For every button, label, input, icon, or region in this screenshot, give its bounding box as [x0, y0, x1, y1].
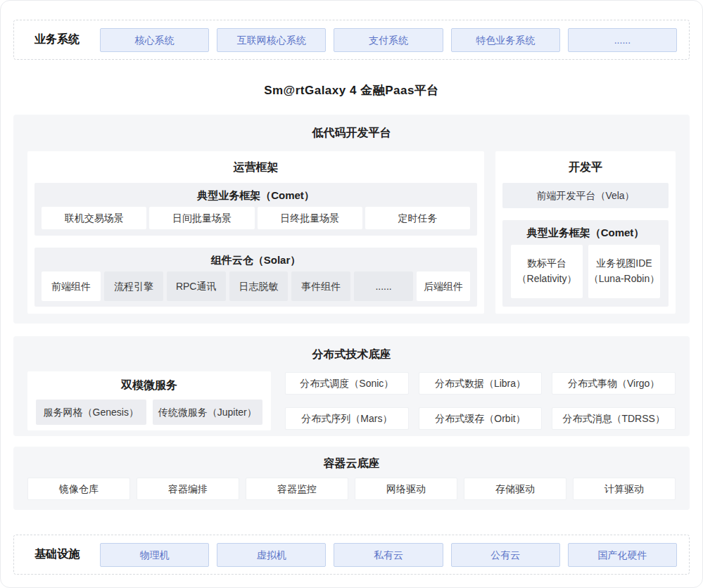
business-systems-label: 业务系统: [14, 32, 100, 47]
container-cloud-item: 镜像仓库: [27, 478, 130, 500]
solar-chip-more: ......: [354, 271, 413, 301]
solar-component-box: 组件云仓（Solar） 前端组件 流程引擎 RPC通讯 日志脱敏 事件组件 ..…: [34, 248, 477, 307]
business-systems-chips: 核心系统 互联网核心系统 支付系统 特色业务系统 ......: [100, 28, 677, 52]
business-system-chip-more: ......: [568, 28, 677, 52]
business-systems-band: 业务系统 核心系统 互联网核心系统 支付系统 特色业务系统 ......: [13, 20, 690, 60]
infrastructure-chip: 虚拟机: [217, 543, 326, 567]
dual-mode-item: 传统微服务（Jupiter）: [153, 400, 263, 425]
comet-item: 定时任务: [365, 207, 470, 229]
solar-component-items: 前端组件 流程引擎 RPC通讯 日志脱敏 事件组件 ...... 后端组件: [42, 271, 470, 301]
business-system-chip: 核心系统: [100, 28, 209, 52]
solar-back-item: 后端组件: [417, 271, 470, 301]
infrastructure-chip: 国产化硬件: [568, 543, 677, 567]
distributed-base-title: 分布式技术底座: [27, 336, 676, 363]
dev-comet-title: 典型业务框架（Comet）: [511, 226, 660, 244]
distributed-services-grid: 分布式调度（Sonic） 分布式数据（Libra） 分布式事物（Virgo） 分…: [285, 371, 676, 430]
dev-comet-item-line2: （Relativity）: [511, 273, 583, 286]
business-system-chip: 支付系统: [334, 28, 443, 52]
dev-platform-card: 开发平 前端开发平台（Vela） 典型业务框架（Comet） 数标平台 （Rel…: [495, 151, 676, 314]
distributed-service-item: 分布式消息（TDRSS）: [552, 407, 676, 430]
dev-comet-item-line1: 数标平台: [511, 257, 583, 270]
infrastructure-label: 基础设施: [14, 547, 100, 562]
distributed-service-item: 分布式缓存（Orbit）: [419, 407, 543, 430]
dual-mode-items: 服务网格（Genesis） 传统微服务（Jupiter）: [36, 400, 262, 425]
infrastructure-chip: 私有云: [334, 543, 443, 567]
solar-chip: 日志脱敏: [229, 271, 289, 301]
solar-chip: 流程引擎: [104, 271, 163, 301]
container-cloud-item: 网络驱动: [355, 478, 457, 500]
comet-framework-title: 典型业务框架（Comet）: [42, 188, 470, 207]
page-title: Sm@rtGalaxy 4 金融Paas平台: [1, 82, 702, 98]
comet-framework-box: 典型业务框架（Comet） 联机交易场景 日间批量场景 日终批量场景 定时任务: [34, 183, 477, 236]
business-system-chip: 特色业务系统: [451, 28, 560, 52]
distributed-service-item: 分布式调度（Sonic）: [285, 372, 409, 395]
infrastructure-band: 基础设施 物理机 虚拟机 私有云 公有云 国产化硬件: [13, 535, 690, 575]
lowcode-platform-section: 低代码开发平台 运营框架 典型业务框架（Comet） 联机交易场景 日间批量场景…: [13, 115, 690, 324]
lowcode-platform-title: 低代码开发平台: [27, 115, 676, 141]
dev-comet-item: 数标平台 （Relativity）: [511, 245, 583, 298]
container-cloud-items: 镜像仓库 容器编排 容器监控 网络驱动 存储驱动 计算驱动: [27, 478, 676, 500]
infrastructure-chips: 物理机 虚拟机 私有云 公有云 国产化硬件: [100, 543, 677, 567]
dual-mode-item: 服务网格（Genesis）: [36, 400, 146, 425]
distributed-base-body: 双模微服务 服务网格（Genesis） 传统微服务（Jupiter） 分布式调度…: [27, 371, 676, 430]
container-cloud-title: 容器云底座: [27, 447, 676, 472]
dev-comet-item: 业务视图IDE （Luna-Robin）: [588, 245, 660, 298]
solar-chip: 事件组件: [291, 271, 350, 301]
solar-chip: RPC通讯: [167, 271, 226, 301]
distributed-base-section: 分布式技术底座 双模微服务 服务网格（Genesis） 传统微服务（Jupite…: [13, 336, 690, 436]
architecture-diagram: 业务系统 核心系统 互联网核心系统 支付系统 特色业务系统 ...... Sm@…: [0, 0, 703, 588]
comet-item: 联机交易场景: [42, 207, 146, 229]
dev-comet-item-line2: （Luna-Robin）: [588, 273, 660, 286]
operation-framework-title: 运营框架: [34, 151, 477, 183]
distributed-service-item: 分布式事物（Virgo）: [552, 372, 676, 395]
infrastructure-chip: 物理机: [100, 543, 209, 567]
distributed-service-item: 分布式序列（Mars）: [285, 407, 409, 430]
lowcode-platform-body: 运营框架 典型业务框架（Comet） 联机交易场景 日间批量场景 日终批量场景 …: [27, 151, 676, 314]
comet-framework-items: 联机交易场景 日间批量场景 日终批量场景 定时任务: [42, 207, 470, 229]
infrastructure-chip: 公有云: [451, 543, 560, 567]
dual-mode-title: 双模微服务: [36, 371, 262, 400]
comet-item: 日间批量场景: [149, 207, 254, 229]
comet-item: 日终批量场景: [258, 207, 362, 229]
business-system-chip: 互联网核心系统: [217, 28, 326, 52]
container-cloud-item: 容器监控: [246, 478, 348, 500]
operation-framework-card: 运营框架 典型业务框架（Comet） 联机交易场景 日间批量场景 日终批量场景 …: [27, 151, 484, 314]
container-cloud-item: 计算驱动: [573, 478, 676, 500]
container-cloud-item: 容器编排: [137, 478, 239, 500]
solar-component-title: 组件云仓（Solar）: [42, 253, 470, 271]
dev-comet-box: 典型业务框架（Comet） 数标平台 （Relativity） 业务视图IDE …: [502, 220, 669, 307]
dev-comet-item-line1: 业务视图IDE: [588, 257, 660, 270]
dev-platform-title: 开发平: [502, 151, 669, 183]
distributed-service-item: 分布式数据（Libra）: [419, 372, 543, 395]
container-cloud-section: 容器云底座 镜像仓库 容器编排 容器监控 网络驱动 存储驱动 计算驱动: [13, 447, 690, 510]
dual-mode-microservice-card: 双模微服务 服务网格（Genesis） 传统微服务（Jupiter）: [27, 371, 271, 430]
container-cloud-item: 存储驱动: [464, 478, 566, 500]
solar-front-item: 前端组件: [42, 271, 101, 301]
vela-frontend-platform: 前端开发平台（Vela）: [502, 183, 669, 208]
dev-comet-items: 数标平台 （Relativity） 业务视图IDE （Luna-Robin）: [511, 245, 660, 298]
